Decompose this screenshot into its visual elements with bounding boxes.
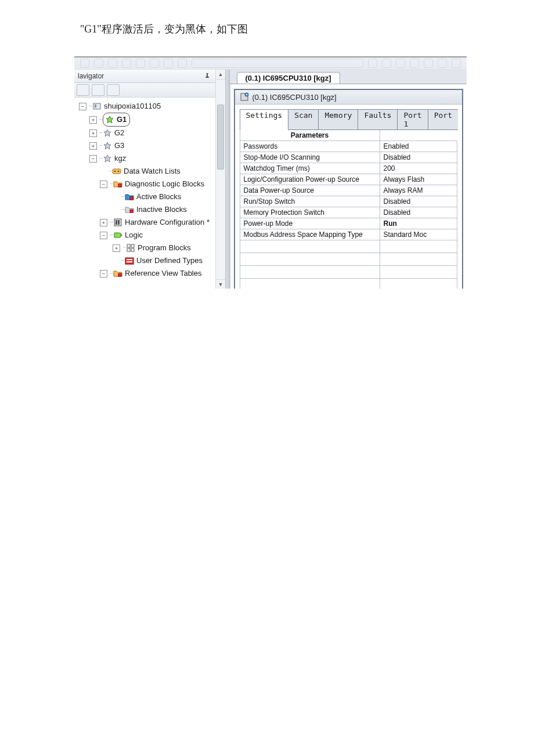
svg-rect-21: [125, 258, 134, 264]
svg-marker-3: [106, 116, 113, 123]
tree-hw-config[interactable]: +┄ Hardware Configuration *: [77, 216, 225, 229]
tree-target-kgz[interactable]: −┄ kgz: [77, 152, 225, 165]
param-name: Run/Stop Switch: [240, 196, 380, 207]
param-value[interactable]: Disabled: [380, 152, 457, 163]
table-row[interactable]: Modbus Address Space Mapping TypeStandar…: [240, 229, 457, 240]
g2-label: G2: [114, 127, 124, 139]
g3-label: G3: [114, 139, 124, 152]
table-row[interactable]: Power-up ModeRun: [240, 218, 457, 229]
project-label: shuipoxia101105: [104, 100, 161, 113]
svg-rect-23: [127, 261, 132, 262]
table-row: [240, 253, 457, 266]
svg-rect-2: [95, 106, 96, 107]
expand-icon[interactable]: +: [89, 142, 97, 150]
tree-label: Hardware Configuration *: [125, 216, 210, 229]
tree-program-blocks[interactable]: +┄ Program Blocks: [77, 242, 225, 254]
doc-tab-cpu[interactable]: (0.1) IC695CPU310 [kgz]: [237, 72, 340, 84]
scroll-thumb[interactable]: [217, 105, 224, 170]
svg-point-8: [114, 171, 116, 172]
tree-active-blocks[interactable]: ┄ Active Blocks: [77, 190, 225, 203]
table-row[interactable]: Data Power-up SourceAlways RAM: [240, 185, 457, 196]
table-row[interactable]: PasswordsEnabled: [240, 141, 457, 152]
nav-tool-1[interactable]: [77, 84, 89, 96]
tree-target-g2[interactable]: +┄ G2: [77, 127, 225, 139]
svg-rect-1: [95, 105, 96, 106]
param-value[interactable]: Disabled: [380, 207, 457, 218]
table-row[interactable]: Stop-Mode I/O ScanningDisabled: [240, 152, 457, 163]
table-row: [240, 240, 457, 253]
tab-memory[interactable]: Memory: [318, 109, 358, 130]
collapse-icon[interactable]: −: [100, 232, 107, 239]
tree-data-watch[interactable]: ┄ Data Watch Lists: [77, 165, 225, 178]
nav-tool-3[interactable]: [107, 84, 120, 96]
svg-rect-18: [131, 244, 134, 247]
param-value[interactable]: Disabled: [380, 196, 457, 207]
scroll-down-icon[interactable]: ▼: [216, 279, 225, 289]
tree-logic[interactable]: −┄ Logic: [77, 229, 225, 242]
module-icon: [240, 92, 249, 102]
watch-icon: [112, 167, 121, 176]
svg-rect-20: [131, 249, 134, 251]
property-tabs: Settings Scan Memory Faults Port 1 Port: [240, 109, 458, 130]
collapse-icon[interactable]: −: [100, 181, 107, 188]
tree-project-root[interactable]: −┄ shuipoxia101105: [77, 100, 225, 113]
param-value[interactable]: Standard Moc: [380, 229, 457, 240]
kgz-label: kgz: [114, 152, 126, 165]
tab-port2[interactable]: Port: [428, 109, 458, 130]
target-icon: [105, 115, 114, 124]
svg-rect-17: [127, 244, 130, 247]
table-row[interactable]: Memory Protection SwitchDisabled: [240, 207, 457, 218]
tree-label: Data Watch Lists: [124, 165, 181, 178]
pin-icon[interactable]: [203, 72, 211, 80]
scroll-up-icon[interactable]: ▲: [216, 70, 225, 80]
param-value[interactable]: Enabled: [380, 141, 457, 152]
tree-diag-logic[interactable]: −┄ Diagnostic Logic Blocks: [77, 178, 225, 190]
tree-target-g3[interactable]: +┄ G3: [77, 139, 225, 152]
table-row: [240, 266, 457, 279]
tree-user-types[interactable]: ┄ User Defined Types: [77, 254, 225, 267]
collapse-icon[interactable]: −: [79, 103, 86, 110]
expand-icon[interactable]: +: [113, 244, 120, 252]
table-row[interactable]: Logic/Configuration Power-up SourceAlway…: [240, 174, 457, 185]
navigator-tree: −┄ shuipoxia101105 +┄ G1: [74, 98, 225, 289]
param-name: Watchdog Timer (ms): [240, 163, 380, 174]
param-value[interactable]: Always Flash: [380, 174, 457, 185]
param-value[interactable]: 200: [380, 163, 457, 174]
tab-faults[interactable]: Faults: [358, 109, 398, 130]
table-row[interactable]: Run/Stop SwitchDisabled: [240, 196, 457, 207]
tree-ref-tables[interactable]: −┄ Reference View Tables: [77, 267, 225, 280]
nav-tool-2[interactable]: [92, 84, 104, 96]
tab-port1[interactable]: Port 1: [397, 109, 428, 130]
collapse-icon[interactable]: −: [89, 155, 97, 163]
inspector-title-text: (0.1) IC695CPU310 [kgz]: [252, 93, 337, 102]
param-value[interactable]: Run: [380, 218, 457, 229]
tab-settings[interactable]: Settings: [240, 109, 289, 130]
param-value[interactable]: Always RAM: [380, 185, 457, 196]
table-row[interactable]: Watchdog Timer (ms)200: [240, 163, 457, 174]
svg-rect-0: [93, 103, 100, 109]
tree-label: Diagnostic Logic Blocks: [125, 178, 204, 190]
svg-marker-5: [104, 142, 111, 149]
tree-label: Logic: [125, 229, 143, 242]
expand-icon[interactable]: +: [89, 116, 97, 124]
nav-scrollbar[interactable]: ▲ ▼: [215, 70, 225, 289]
expand-icon[interactable]: +: [89, 129, 97, 137]
tree-label: Inactive Blocks: [136, 203, 187, 216]
folder-icon: [125, 205, 134, 214]
tree-label: Reference View Tables: [125, 267, 202, 280]
tab-scan[interactable]: Scan: [288, 109, 319, 130]
target-icon: [103, 128, 112, 138]
tree-inactive-blocks[interactable]: ┄ Inactive Blocks: [77, 203, 225, 216]
types-icon: [125, 256, 134, 265]
tree-label: User Defined Types: [136, 254, 203, 267]
project-icon: [92, 102, 102, 111]
svg-rect-7: [113, 169, 121, 174]
svg-rect-10: [118, 184, 121, 187]
collapse-icon[interactable]: −: [100, 270, 107, 278]
expand-icon[interactable]: +: [100, 219, 107, 226]
tree-target-g1[interactable]: +┄ G1: [77, 113, 225, 127]
params-header: Parameters: [240, 130, 380, 141]
tree-label: Active Blocks: [136, 190, 181, 203]
param-name: Modbus Address Space Mapping Type: [240, 229, 380, 240]
navigator-title: lavigator: [78, 72, 201, 80]
